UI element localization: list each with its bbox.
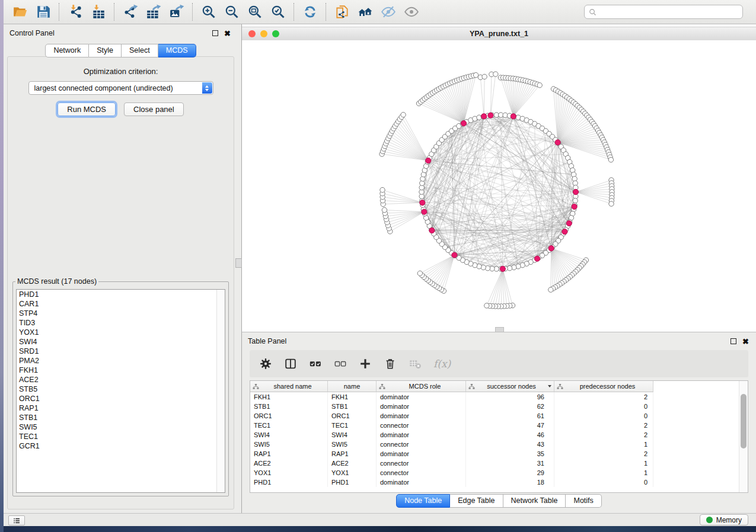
mcds-node-item[interactable]: ORC1 [17, 394, 225, 403]
column-header-successor-nodes[interactable]: successor nodes [466, 381, 554, 392]
hide-selected-button[interactable] [377, 2, 400, 22]
column-header-name[interactable]: name [328, 381, 377, 392]
minimize-window-icon[interactable] [260, 30, 267, 37]
zoom-in-button[interactable] [197, 2, 220, 22]
table-cell: 18 [466, 477, 554, 487]
zoom-out-button[interactable] [220, 2, 243, 22]
export-table-button[interactable] [142, 2, 165, 22]
tab-style[interactable]: Style [89, 44, 122, 57]
list-scrollbar[interactable] [216, 290, 225, 492]
close-window-icon[interactable] [248, 30, 256, 37]
mcds-result-legend: MCDS result (17 nodes) [15, 277, 98, 286]
network-graph[interactable] [242, 40, 756, 332]
task-history-button[interactable] [8, 515, 25, 525]
import-network-button[interactable] [63, 2, 87, 22]
tab-network-table[interactable]: Network Table [503, 494, 566, 508]
mcds-node-item[interactable]: PHD1 [17, 290, 225, 299]
columns-button[interactable] [284, 357, 297, 370]
delete-column-button[interactable] [384, 357, 397, 370]
show-all-button[interactable] [400, 2, 423, 22]
mcds-node-item[interactable]: STP4 [17, 309, 225, 318]
table-row[interactable]: ORC1ORC1dominator610 [250, 411, 653, 421]
export-image-button[interactable] [165, 2, 188, 22]
mcds-node-item[interactable]: SWI4 [17, 337, 225, 347]
table-row[interactable]: TEC1TEC1connector472 [250, 421, 653, 430]
network-canvas[interactable] [242, 40, 756, 332]
table-row[interactable]: YOX1YOX1connector291 [250, 468, 653, 477]
column-header-predecessor-nodes[interactable]: predecessor nodes [554, 381, 653, 392]
open-folder-button[interactable] [8, 2, 31, 22]
table-row[interactable]: STB1STB1dominator620 [250, 402, 653, 411]
table-cell: 2 [554, 421, 653, 430]
zoom-selected-button[interactable] [266, 2, 289, 22]
mcds-node-item[interactable]: SRD1 [17, 347, 225, 356]
mcds-node-item[interactable]: GCR1 [17, 441, 225, 451]
tab-motifs[interactable]: Motifs [566, 494, 601, 508]
mcds-node-item[interactable]: RAP1 [17, 403, 225, 413]
close-panel-button[interactable]: Close panel [124, 102, 184, 116]
table-row[interactable]: ACE2ACE2connector311 [250, 459, 653, 468]
table-cell: YOX1 [250, 468, 328, 477]
mcds-node-item[interactable]: STB5 [17, 384, 225, 394]
table-cell: 29 [466, 468, 554, 477]
mcds-node-item[interactable]: FKH1 [17, 366, 225, 375]
close-panel-icon[interactable]: ✖ [224, 30, 231, 37]
refresh-view-button[interactable] [298, 2, 321, 22]
table-cell: PHD1 [328, 477, 377, 487]
table-scrollbar[interactable] [739, 381, 748, 492]
table-cell: dominator [377, 449, 466, 459]
import-table-button[interactable] [87, 2, 110, 22]
first-neighbors-button[interactable] [353, 2, 377, 22]
table-cell: ACE2 [250, 459, 328, 468]
tab-select[interactable]: Select [122, 44, 158, 57]
gear-button[interactable] [259, 357, 272, 370]
mcds-node-item[interactable]: TID3 [17, 318, 225, 328]
mcds-node-item[interactable]: YOX1 [17, 328, 225, 337]
columns-icon [284, 357, 297, 370]
select-all-button[interactable] [309, 357, 322, 370]
mcds-result-list[interactable]: PHD1CAR1STP4TID3YOX1SWI4SRD1PMA2FKH1ACE2… [16, 289, 225, 493]
save-session-button[interactable] [31, 2, 55, 22]
tab-edge-table[interactable]: Edge Table [450, 494, 503, 508]
tab-node-table[interactable]: Node Table [396, 494, 450, 508]
desktop-background-left [0, 0, 4, 532]
float-panel-icon[interactable] [212, 30, 218, 36]
table-row[interactable]: SWI5SWI5connector431 [250, 440, 653, 449]
table-cell: connector [377, 421, 466, 430]
deselect-all-button[interactable] [334, 357, 347, 370]
network-window-titlebar[interactable]: YPA_prune.txt_1 [242, 27, 756, 41]
tab-network[interactable]: Network [45, 44, 89, 57]
mcds-node-item[interactable]: PMA2 [17, 356, 225, 366]
memory-button[interactable]: Memory [700, 514, 748, 525]
duplicate-network-button[interactable] [330, 2, 353, 22]
mcds-node-item[interactable]: TEC1 [17, 432, 225, 441]
search-box[interactable] [584, 5, 743, 19]
column-header-shared-name[interactable]: shared name [250, 381, 328, 392]
float-table-panel-icon[interactable] [731, 338, 736, 344]
column-header-MCDS-role[interactable]: MCDS role [377, 381, 466, 392]
add-column-button[interactable] [359, 357, 372, 370]
table-panel-header: Table Panel ✖ [242, 332, 756, 349]
deselect-all-icon [334, 357, 347, 370]
close-table-panel-icon[interactable]: ✖ [742, 338, 749, 345]
maximize-window-icon[interactable] [272, 30, 279, 37]
table-row[interactable]: SWI4SWI4dominator462 [250, 430, 653, 440]
zoom-fit-button[interactable] [243, 2, 266, 22]
mcds-node-item[interactable]: CAR1 [17, 299, 225, 309]
table-row[interactable]: PHD1PHD1dominator180 [250, 477, 653, 487]
table-cell: dominator [377, 411, 466, 421]
mcds-node-item[interactable]: ACE2 [17, 375, 225, 384]
table-scrollbar-thumb[interactable] [741, 394, 747, 448]
table-row[interactable]: FKH1FKH1dominator962 [250, 392, 653, 402]
run-mcds-button[interactable]: Run MCDS [58, 102, 116, 116]
vertical-splitter-handle[interactable] [235, 258, 242, 268]
search-input[interactable] [597, 6, 739, 18]
control-panel-header: Control Panel ✖ [4, 24, 238, 41]
tab-mcds[interactable]: MCDS [158, 44, 196, 57]
criterion-dropdown[interactable]: largest connected component (undirected) [28, 81, 213, 95]
mcds-node-item[interactable]: SWI5 [17, 422, 225, 432]
export-network-button[interactable] [119, 2, 142, 22]
mcds-node-item[interactable]: STB1 [17, 413, 225, 422]
table-row[interactable]: RAP1RAP1dominator352 [250, 449, 653, 459]
toolbar-separator [192, 3, 193, 21]
